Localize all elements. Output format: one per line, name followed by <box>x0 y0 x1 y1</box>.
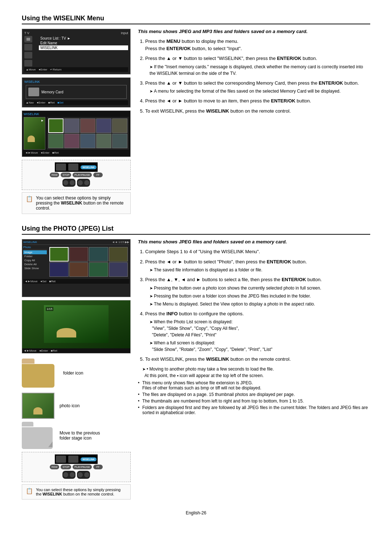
wiselink-section: Using the WISELINK Menu T V Input <box>22 15 370 214</box>
folder-icon <box>22 359 58 388</box>
ff-btn[interactable]: FF <box>93 173 103 177</box>
folder-icon-row: folder icon <box>22 356 131 390</box>
wiselink-step-4: Press the ◄ or ► button to move to an it… <box>145 97 370 105</box>
tv-photo-title: WISELINK <box>24 112 129 116</box>
tv-bottom-2: ▲Nav●Enter■Ret■Sel <box>24 100 128 105</box>
wiselink-step-5: To exit WISELINK, press the WISELINK but… <box>145 108 370 115</box>
tv-menu-source: Source List : TV ► <box>39 36 128 41</box>
photo-left-col: WISELINK ◄◄ 1/15 ▶▶ Photo Image Folder C… <box>22 239 131 499</box>
photo-right-col: This menu shows JPEG files and folders s… <box>138 239 370 499</box>
wiselink-left-col: T V Input Source List : TV ► Edit <box>22 29 131 214</box>
photo-note-icon: 📋 <box>26 488 33 496</box>
photo-bullet-1: This menu only shows files whose file ex… <box>138 380 370 391</box>
tv-screen-1: T V Input Source List : TV ► Edit <box>22 29 131 74</box>
note-icon: 📋 <box>26 195 33 211</box>
photo-step-4-note-1: When the Photo List screen is displayed:… <box>150 319 370 338</box>
photo-step-4: Press the INFO button to configure the o… <box>145 310 370 353</box>
tv-label-input: Input <box>121 31 128 35</box>
photo-screen-topright: ◄◄ 1/15 ▶▶ <box>112 240 129 244</box>
photo-tv-bottom-1: ◄►Move●Sel■Ret <box>23 279 129 284</box>
playpause-btn[interactable]: PLAY/PAUSE <box>73 173 92 177</box>
wiselink-note-text: You can select these options by simply p… <box>36 195 127 211</box>
photo-icon-label: photo icon <box>60 403 79 408</box>
tv-menu-editname: Edit Name <box>39 41 128 45</box>
photo-step-3: Press the ▲, ▼, ◄ and ► buttons to selec… <box>145 276 370 307</box>
wiselink-content: T V Input Source List : TV ► Edit <box>22 29 370 214</box>
photo-tv-screen-1: WISELINK ◄◄ 1/15 ▶▶ Photo Image Folder C… <box>22 239 131 297</box>
folder-icon-label: folder icon <box>63 371 83 376</box>
photo-step-4-note-2: When a full screen is displayed: "Slide … <box>150 340 370 353</box>
photo-tv-bottom-2: ◄►Move●Enter■Ret <box>22 348 130 353</box>
tv-wiselink-label: WISELINK <box>24 80 128 84</box>
tv-bottom-1: ▲Move●Enter↵Return <box>24 67 128 72</box>
remote-control-photo: WISELINK REW STOP PLAY/PAUSE FF <box>22 452 131 482</box>
photo-bullet-4: Folders are displayed first and they are… <box>138 405 370 415</box>
stop-btn[interactable]: STOP <box>61 173 71 177</box>
photo-rew-btn[interactable]: REW <box>50 465 59 469</box>
photo-step-5: To exit WISELINK, press the WISELINK but… <box>145 356 370 363</box>
photo-arrow-note: • Moving to another photo may take a few… <box>138 366 370 379</box>
photo-step-2: Press the ◄ or ► button to select "Photo… <box>145 258 370 274</box>
photo-wiselink-btn[interactable]: WISELINK <box>81 457 97 461</box>
photo-step-3-note-2: Pressing the button over a folder icon s… <box>150 293 370 299</box>
photo-step-2-note: The saved file information is displayed … <box>150 267 370 273</box>
photo-bullet-list: This menu only shows files whose file ex… <box>138 380 370 415</box>
photo-wiselink-bar: WISELINK <box>55 454 98 464</box>
remote-control-wiselink: WISELINK REW STOP PLAY/PAUSE FF <box>22 160 131 190</box>
photo-icon <box>22 393 54 419</box>
wiselink-step-3: Press the ▲ or ▼ button to select the co… <box>145 80 370 95</box>
tv-bottom-3: ◄►Move●Enter■Ret <box>24 150 129 155</box>
photo-moving-note: • Moving to another photo may take a few… <box>142 366 370 379</box>
wiselink-step-2: Press the ▲ or ▼ button to select "WISEL… <box>145 55 370 77</box>
photo-note-text: You can select these options by simply p… <box>36 488 127 496</box>
photo-ff-btn[interactable]: FF <box>93 465 103 469</box>
wiselink-step-3-note: A menu for selecting the format of the f… <box>150 88 370 94</box>
tv-label-tv: T V <box>24 31 29 35</box>
tv-screen-2: WISELINK Memory Card ▲Nav●Enter■Ret■Sel <box>22 77 131 108</box>
photo-bullet-3: The thumbnails are numbered from left to… <box>138 399 370 404</box>
photo-icon-row: photo icon <box>22 393 131 419</box>
photo-step-3-note-1: Pressing the button over a photo icon sh… <box>150 285 370 291</box>
wiselink-btn[interactable]: WISELINK <box>81 165 97 169</box>
prev-folder-icon-row: Move to the previousfolder stage icon <box>22 422 131 449</box>
photo-tv-screen-2: 1/15 ◄►Move●Enter■Ret <box>22 300 131 353</box>
photo-step-1: Complete Steps 1 to 4 of "Using the WISE… <box>145 248 370 255</box>
wiselink-step-2-note: If the "Insert memory cards." message is… <box>150 64 370 77</box>
wiselink-title: Using the WISELINK Menu <box>22 15 370 24</box>
photo-sidebar: Photo Image Folder Copy All Delete All S… <box>23 246 47 278</box>
photo-section: Using the PHOTO (JPEG) List WISELINK ◄◄ … <box>22 225 370 499</box>
photo-title: Using the PHOTO (JPEG) List <box>22 225 370 235</box>
wiselink-bar: WISELINK <box>55 162 98 172</box>
wiselink-right-col: This menu shows JPEG and MP3 files and f… <box>138 29 370 214</box>
prev-folder-icon <box>22 422 54 449</box>
photo-bullet-2: The files are displayed on a page. 15 th… <box>138 392 370 397</box>
wiselink-steps-list: Press the MENU button to display the men… <box>138 38 370 114</box>
tv-screen-3: WISELINK ▶ <box>22 110 131 157</box>
prev-folder-icon-label: Move to the previousfolder stage icon <box>60 430 100 441</box>
tv-menu-wiselink: WISELINK <box>39 45 128 50</box>
tv-memory-card-label: Memory Card <box>41 90 64 94</box>
rew-btn[interactable]: REW <box>50 173 59 177</box>
wiselink-note-box: 📋 You can select these options by simply… <box>22 192 131 214</box>
page-number: English-26 <box>22 510 370 515</box>
photo-intro: This menu shows JPEG files and folders s… <box>138 239 370 244</box>
photo-content: WISELINK ◄◄ 1/15 ▶▶ Photo Image Folder C… <box>22 239 370 499</box>
photo-step-3-note-3: The Menu is displayed. Select the View o… <box>150 301 370 307</box>
photo-note-box: 📋 You can select these options by simply… <box>22 484 131 499</box>
photo-playpause-btn[interactable]: PLAY/PAUSE <box>73 465 92 469</box>
photo-screen-wiselink: WISELINK <box>23 240 37 244</box>
photo-steps-list: Complete Steps 1 to 4 of "Using the WISE… <box>138 248 370 363</box>
wiselink-intro: This menu shows JPEG and MP3 files and f… <box>138 29 370 34</box>
photo-stop-btn[interactable]: STOP <box>61 465 71 469</box>
wiselink-step-1: Press the MENU button to display the men… <box>145 38 370 52</box>
